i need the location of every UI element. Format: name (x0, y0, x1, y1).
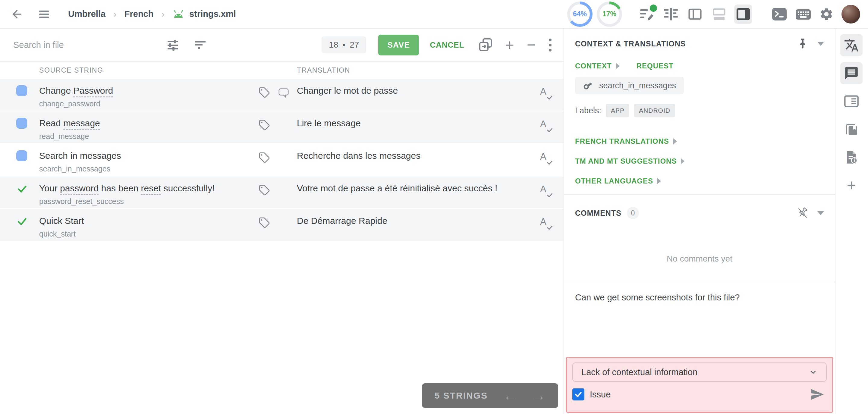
grid-view-button[interactable] (662, 4, 680, 24)
back-button[interactable] (10, 7, 24, 21)
panel-sections: FRENCH TRANSLATIONSTM AND MT SUGGESTIONS… (575, 126, 684, 185)
collapse-caret-icon[interactable] (817, 42, 824, 46)
sidebar-item-terms[interactable] (840, 90, 863, 113)
pin-panel-button[interactable] (797, 38, 808, 50)
translation-text[interactable]: De Démarrage Rapide (297, 216, 387, 226)
string-status-icon (16, 118, 27, 129)
menu-button[interactable] (37, 7, 51, 21)
collapse-caret-icon[interactable] (817, 211, 824, 215)
sidebar-item-screenshots[interactable] (840, 118, 863, 140)
cancel-button[interactable]: CANCEL (430, 40, 464, 50)
translation-text[interactable]: Changer le mot de passe (297, 86, 398, 96)
next-page-button[interactable]: → (532, 389, 546, 402)
breadcrumb-file[interactable]: strings.xml (173, 9, 236, 19)
breadcrumb-language[interactable]: French (124, 9, 154, 19)
keyboard-icon (795, 7, 811, 22)
issue-report-box: Lack of contextual information Issue (566, 357, 833, 413)
row-icons (258, 152, 270, 164)
strings-panel: 18 • 27 SAVE CANCEL + − SOUR (0, 29, 564, 414)
spellcheck-button[interactable]: A (539, 86, 552, 99)
glossary-term: Password (73, 86, 113, 97)
table-row[interactable]: Quick Start quick_start De Démarrage Rap… (0, 209, 564, 242)
more-options-button[interactable] (549, 38, 552, 52)
comment-button[interactable] (278, 87, 289, 99)
sidebar-item-translations[interactable] (840, 34, 863, 56)
advanced-filter-button[interactable] (166, 38, 180, 52)
spellcheck-button[interactable]: A (539, 119, 552, 132)
string-position-counter: 18 • 27 (321, 36, 366, 53)
sidebar-item-file-info[interactable] (840, 146, 863, 168)
tab-context[interactable]: CONTEXT (575, 62, 620, 70)
section-link-tm-and-mt-suggestions[interactable]: TM AND MT SUGGESTIONS (575, 157, 684, 165)
translated-progress-ring[interactable]: 64% (567, 1, 592, 27)
search-input[interactable] (13, 40, 146, 50)
string-status-icon (16, 150, 27, 161)
approved-check-icon (16, 183, 28, 194)
counter-total: 27 (350, 40, 359, 50)
grid-view-icon (663, 7, 678, 22)
context-section-header: CONTEXT & TRANSLATIONS (575, 38, 824, 50)
table-row[interactable]: Change Password change_password Changer … (0, 79, 564, 112)
spellcheck-icon (547, 160, 553, 165)
glossary-term: message (63, 118, 100, 130)
tag-button[interactable] (258, 87, 270, 99)
tag-button[interactable] (258, 119, 270, 132)
user-avatar[interactable] (841, 5, 860, 24)
gear-icon (819, 7, 834, 22)
tag-button[interactable] (258, 152, 270, 164)
string-key: change_password (39, 99, 100, 108)
settings-button[interactable] (819, 7, 834, 22)
unpin-comments-button[interactable] (797, 207, 808, 219)
left-panel-view-button[interactable] (686, 4, 704, 24)
comment-bubble-icon (278, 87, 289, 98)
translation-text[interactable]: Votre mot de passe a été réinitialisé av… (297, 183, 497, 193)
sidebar-add-panel-button[interactable]: + (840, 174, 863, 196)
translation-text[interactable]: Lire le message (297, 118, 361, 128)
breadcrumb-project[interactable]: Umbrella (68, 9, 105, 19)
context-panel-title: CONTEXT & TRANSLATIONS (575, 39, 686, 48)
table-row[interactable]: Read message read_message Lire le messag… (0, 112, 564, 144)
section-link-french-translations[interactable]: FRENCH TRANSLATIONS (575, 137, 677, 146)
string-key-pill[interactable]: search_in_messages (575, 77, 684, 94)
topbar-actions: 64% 17% (567, 1, 860, 27)
labels-row: Labels: APPANDROID (575, 104, 675, 117)
approved-progress-ring[interactable]: 17% (597, 1, 622, 27)
previous-page-button[interactable]: ← (503, 389, 517, 402)
label-badge: APP (606, 104, 629, 117)
tab-request[interactable]: REQUEST (637, 62, 674, 70)
android-icon (173, 10, 184, 19)
tag-button[interactable] (258, 184, 270, 197)
bottom-panel-view-button[interactable] (710, 4, 728, 24)
sidebar-item-comments[interactable] (840, 62, 863, 84)
notification-dot (650, 4, 657, 12)
issue-type-select[interactable]: Lack of contextual information (572, 362, 827, 382)
tag-icon (258, 87, 270, 98)
table-row[interactable]: Your password has been reset successfull… (0, 177, 564, 209)
spellcheck-button[interactable]: A (539, 216, 552, 230)
send-comment-button[interactable] (810, 387, 824, 402)
section-link-other-languages[interactable]: OTHER LANGUAGES (575, 177, 661, 185)
remove-string-button[interactable]: − (527, 37, 535, 53)
proofread-mode-button[interactable] (638, 5, 656, 23)
save-button[interactable]: SAVE (378, 35, 419, 56)
spellcheck-button[interactable]: A (539, 151, 552, 164)
right-panel-view-icon (736, 7, 751, 22)
filter-button[interactable] (193, 38, 207, 52)
shortcuts-button[interactable] (795, 7, 811, 22)
copy-source-button[interactable] (478, 38, 493, 52)
tag-button[interactable] (258, 217, 270, 230)
add-string-button[interactable]: + (505, 37, 514, 53)
table-row[interactable]: Search in messages search_in_messages Re… (0, 144, 564, 177)
string-key: read_message (39, 132, 89, 141)
main-area: 18 • 27 SAVE CANCEL + − SOUR (0, 29, 868, 414)
triangle-right-icon (616, 63, 620, 69)
source-string-text: Read message (39, 118, 100, 128)
console-button[interactable] (772, 7, 787, 22)
translation-text[interactable]: Recherche dans les messages (297, 151, 421, 161)
right-panel-view-button[interactable] (734, 4, 752, 24)
copy-source-icon (478, 38, 493, 52)
issue-checkbox[interactable] (572, 388, 584, 401)
source-string-text: Search in messages (39, 151, 121, 161)
translation-editor: Umbrella › French › strings.xml 64% 17% (0, 0, 868, 414)
spellcheck-button[interactable]: A (539, 184, 552, 197)
